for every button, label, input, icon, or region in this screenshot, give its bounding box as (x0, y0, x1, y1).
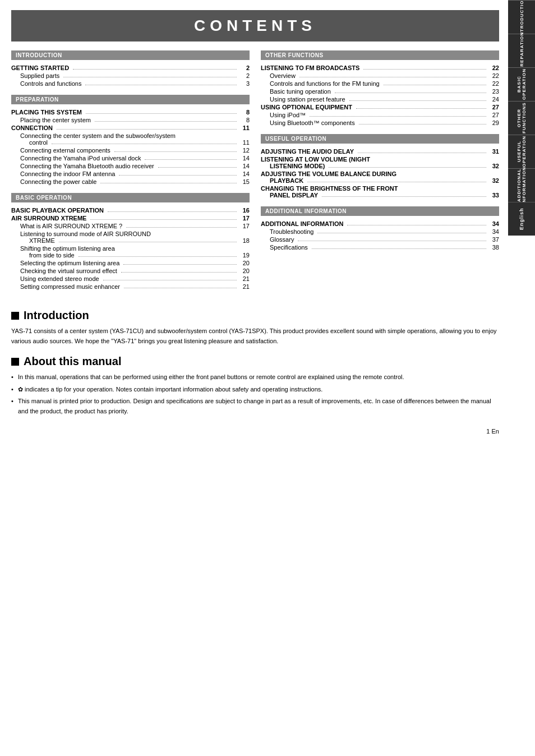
toc-section-introduction: INTRODUCTION GETTING STARTED 2 Supplied … (11, 50, 250, 87)
toc-title: XTREME (20, 237, 57, 244)
list-item: This manual is printed prior to producti… (11, 397, 499, 416)
toc-dots (312, 248, 486, 249)
toc-page: 14 (238, 163, 250, 169)
list-item: ✿ indicates a tip for your operation. No… (11, 385, 499, 395)
toc-entry-multiline: ADJUSTING THE VOLUME BALANCE DURING PLAY… (261, 170, 499, 184)
toc-title: GETTING STARTED (11, 64, 71, 71)
toc-page: 33 (488, 192, 499, 199)
toc-entry: What is AIR SURROUND XTREME ? 17 (11, 223, 250, 229)
toc-dots (317, 233, 486, 233)
about-heading: About this manual (11, 355, 499, 368)
toc-dots (356, 108, 486, 109)
sidebar-tab-additional-info[interactable]: ADDITIONAL INFORMATION (508, 168, 535, 202)
introduction-section: Introduction YAS-71 consists of a center… (11, 309, 499, 346)
toc-title: Setting compressed music enhancer (11, 283, 122, 290)
toc-title: Checking the virtual surround effect (11, 268, 119, 274)
toc-page: 8 (238, 109, 250, 116)
toc-entry-cont: XTREME 18 (20, 237, 250, 244)
toc-title: Connecting the power cable (11, 178, 99, 185)
toc-title: CHANGING THE BRIGHTNESS OF THE FRONT (261, 185, 398, 192)
sidebar-tab-other-functions[interactable]: OTHER FUNCTIONS (508, 101, 535, 135)
toc-page: 12 (238, 147, 250, 154)
toc-entry-multiline: LISTENING AT LOW VOLUME (NIGHT LISTENING… (261, 156, 499, 169)
toc-dots (384, 85, 486, 85)
toc-page: 27 (488, 104, 499, 110)
toc-entry: Specifications 38 (261, 244, 499, 251)
toc-title: Placing the center system (11, 117, 93, 123)
toc-entry-cont: from side to side 19 (20, 252, 250, 259)
page-title: CONTENTS (11, 17, 499, 35)
toc-entry: PLACING THIS SYSTEM 8 (11, 109, 250, 116)
square-icon (11, 312, 19, 320)
toc-title: Connecting external components (11, 147, 113, 154)
toc-page: 32 (488, 177, 499, 184)
toc-entry-multiline: Connecting the center system and the sub… (11, 132, 250, 146)
toc-page: 17 (238, 215, 250, 222)
toc-page: 31 (488, 148, 499, 155)
toc-dots (298, 241, 486, 241)
toc-title: PANEL DISPLAY (261, 192, 320, 199)
toc-entry: Setting compressed music enhancer 21 (11, 283, 250, 290)
sidebar-tab-preparation[interactable]: PREPARATION (508, 34, 535, 67)
toc-page: 2 (238, 72, 250, 79)
toc-entry-cont: control 11 (20, 139, 250, 146)
toc-entry: Connecting the power cable 15 (11, 178, 250, 185)
toc-title: Connecting the Yamaha Bluetooth audio re… (11, 163, 156, 169)
page-number-text: 1 En (486, 428, 499, 435)
toc-entry: Overview 22 (261, 72, 499, 79)
sidebar-tab-english[interactable]: English (508, 202, 535, 236)
toc-title: Controls and functions for the FM tuning (261, 80, 382, 87)
toc-entry: LISTENING TO FM BROADCASTS 22 (261, 64, 499, 71)
section-header-preparation: PREPARATION (11, 95, 250, 104)
toc-page: 23 (488, 88, 499, 95)
toc-dots (310, 116, 486, 117)
section-header-other-functions: OTHER FUNCTIONS (261, 50, 499, 60)
toc-dots (121, 272, 237, 273)
toc-entry: Connecting the Yamaha Bluetooth audio re… (11, 163, 250, 169)
toc-title: PLACING THIS SYSTEM (11, 109, 84, 116)
toc-entry: Troubleshooting 34 (261, 228, 499, 235)
toc-dots (108, 211, 237, 212)
toc-dots (158, 167, 237, 168)
toc-entry: Using iPod™ 27 (261, 112, 499, 118)
toc-title: control (20, 139, 50, 146)
toc-title: PLAYBACK (261, 177, 306, 184)
sidebar-tabs: INTRODUCTION PREPARATION BASIC OPERATION… (508, 0, 535, 236)
toc-title: Connecting the center system and the sub… (20, 132, 176, 139)
toc-dots (335, 93, 486, 93)
toc-dots (347, 225, 486, 225)
toc-title: USING OPTIONAL EQUIPMENT (261, 104, 354, 110)
toc-title: Using iPod™ (261, 112, 308, 118)
toc-title: Shifting the optimum listening area (20, 245, 115, 252)
toc-page: 22 (488, 80, 499, 87)
toc-title: from side to side (20, 252, 77, 259)
toc-dots (79, 256, 237, 257)
toc-page: 34 (488, 228, 499, 235)
toc-dots (85, 85, 237, 85)
toc-page: 15 (238, 178, 250, 185)
toc-page: 11 (238, 139, 250, 146)
toc-dots (103, 280, 237, 280)
sidebar-tab-useful-operation[interactable]: USEFUL OPERATION (508, 135, 535, 168)
toc-title: Using station preset feature (261, 96, 348, 103)
sidebar-tab-introduction[interactable]: INTRODUCTION (508, 0, 535, 34)
toc-dots (307, 182, 486, 182)
about-section: About this manual In this manual, operat… (11, 355, 499, 416)
toc-page: 27 (488, 112, 499, 118)
toc-entry: Using Bluetooth™ components 29 (261, 119, 499, 126)
introduction-title: Introduction (24, 309, 89, 322)
toc-title: LISTENING TO FM BROADCASTS (261, 64, 362, 71)
toc-page: 14 (238, 155, 250, 162)
toc-page: 8 (238, 117, 250, 123)
toc-page: 38 (488, 244, 499, 251)
toc-entry: Using extended stereo mode 21 (11, 275, 250, 282)
toc-dots (358, 153, 486, 153)
toc-page: 14 (238, 170, 250, 177)
toc-title: Using Bluetooth™ components (261, 119, 357, 126)
toc-dots (86, 113, 237, 114)
toc-dots (145, 159, 237, 160)
toc-page: 29 (488, 119, 499, 126)
sidebar-tab-basic-operation[interactable]: BASIC OPERATION (508, 67, 535, 101)
toc-entry: ADDITIONAL INFORMATION 34 (261, 220, 499, 227)
toc-title: Connecting the indoor FM antenna (11, 170, 117, 177)
